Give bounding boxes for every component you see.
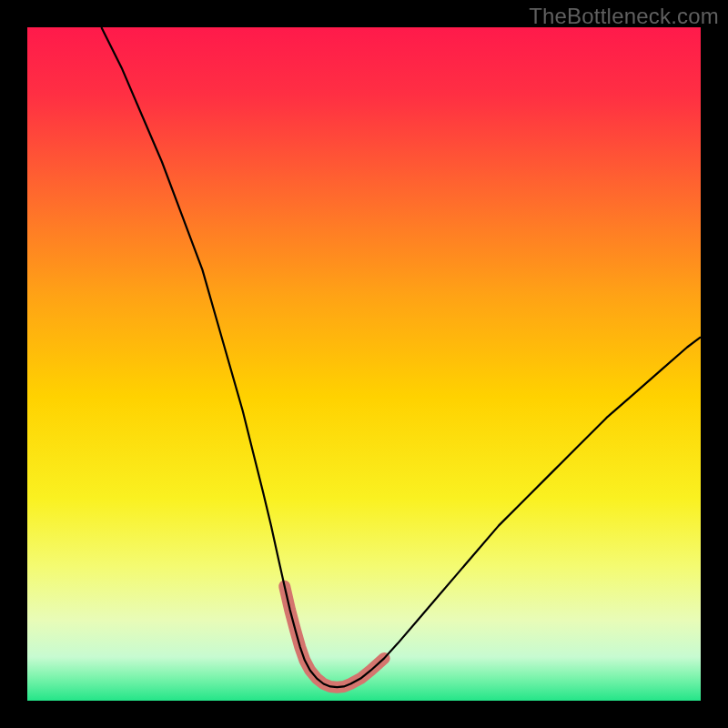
- chart-background: [27, 27, 701, 701]
- watermark-text: TheBottleneck.com: [529, 4, 719, 29]
- chart-frame: TheBottleneck.com: [0, 0, 728, 728]
- bottleneck-chart: [27, 27, 701, 701]
